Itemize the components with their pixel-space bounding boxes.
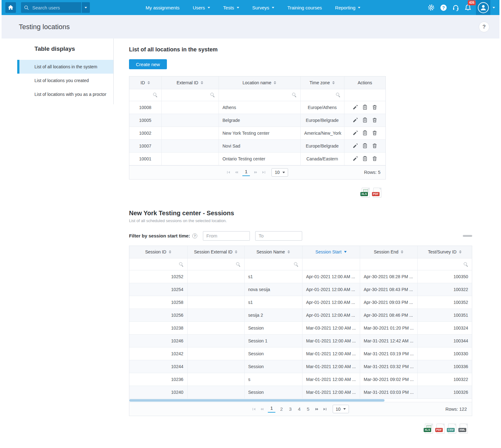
table-row[interactable]: 10001Ontario Testing centerCanada/Easter…	[129, 152, 385, 165]
table-row[interactable]: 10005BelgradeEurope/Belgrade	[129, 114, 385, 127]
export-xml-icon[interactable]: XML	[460, 424, 468, 434]
page-button-2[interactable]: 2	[279, 406, 284, 412]
last-page-button[interactable]	[323, 407, 327, 411]
column-header-test-survey-id[interactable]: Test/Survey ID	[417, 246, 472, 258]
filter-cell-session-end[interactable]	[360, 258, 417, 270]
nav-item-my-assignments[interactable]: My assignments	[146, 5, 179, 10]
search-options-button[interactable]	[82, 2, 90, 13]
filter-cell-session-name[interactable]	[244, 258, 302, 270]
filter-cell-session-id[interactable]	[129, 258, 187, 270]
filter-cell-time-zone[interactable]	[300, 89, 344, 101]
filter-cell-test-survey-id[interactable]	[417, 258, 472, 270]
nav-item-reporting[interactable]: Reporting	[335, 5, 360, 10]
filter-cell-location-name[interactable]	[219, 89, 300, 101]
table-row[interactable]: 10252s1Apr-01-2021 12:00 AM ...Apr-30-20…	[129, 270, 472, 283]
row-edit-button[interactable]	[353, 105, 358, 110]
column-header-session-name[interactable]: Session Name	[244, 246, 302, 258]
table-row[interactable]: 10007Novi SadEurope/Belgrade	[129, 139, 385, 152]
export-csv-icon[interactable]: CSV	[448, 424, 456, 434]
last-page-button[interactable]	[262, 170, 266, 174]
filter-cell-id[interactable]	[129, 89, 161, 101]
page-button-3[interactable]: 3	[287, 406, 293, 412]
home-button[interactable]	[5, 2, 16, 13]
collapse-section-handle[interactable]	[463, 235, 472, 237]
row-delete-button[interactable]	[372, 143, 377, 148]
row-edit-button[interactable]	[353, 117, 358, 123]
support-button[interactable]	[452, 4, 459, 11]
row-report-button[interactable]	[362, 143, 368, 148]
page-help-button[interactable]: ?	[479, 22, 489, 32]
row-edit-button[interactable]	[353, 130, 358, 136]
settings-button[interactable]	[427, 4, 435, 11]
next-page-button[interactable]	[315, 407, 319, 411]
table-row[interactable]: 10244SessionMar-01-2021 12:00 AM ...Mar-…	[129, 360, 472, 373]
column-header-id[interactable]: ID	[129, 76, 161, 89]
page-button-1[interactable]: 1	[242, 169, 250, 176]
table-row[interactable]: 10240SessionMar-01-2021 12:00 AM ...Mar-…	[129, 386, 472, 399]
previous-page-button[interactable]	[260, 407, 264, 411]
table-row[interactable]: 10242SessionMar-01-2021 12:00 AM ...Mar-…	[129, 347, 472, 360]
row-delete-button[interactable]	[372, 105, 377, 110]
export-xls-icon[interactable]: XLS	[425, 424, 433, 434]
table-row[interactable]: 10254nova sesijaApr-01-2021 12:00 AM ...…	[129, 283, 472, 296]
page-size-select[interactable]: 10	[333, 405, 349, 413]
page-button-1[interactable]: 1	[268, 405, 275, 413]
filter-cell-external-id[interactable]	[161, 89, 219, 101]
row-report-button[interactable]	[362, 105, 368, 110]
sidebar-item-2[interactable]: List of locations you created	[17, 74, 113, 87]
table-row[interactable]: 10246Session 1Mar-01-2021 12:00 AM ...Ma…	[129, 335, 472, 347]
row-report-button[interactable]	[362, 117, 368, 123]
session-start-from-input[interactable]	[203, 231, 250, 241]
search-box[interactable]	[21, 2, 81, 13]
export-pdf-icon[interactable]: PDF	[373, 188, 381, 198]
row-delete-button[interactable]	[372, 156, 377, 161]
row-delete-button[interactable]	[372, 117, 377, 123]
page-button-5[interactable]: 5	[305, 406, 311, 412]
table-row[interactable]: 10008AthensEurope/Athens	[129, 101, 385, 114]
row-report-button[interactable]	[362, 156, 368, 161]
column-header-session-start[interactable]: Session Start	[302, 246, 360, 258]
column-header-session-id[interactable]: Session ID	[129, 246, 187, 258]
column-header-location-name[interactable]: Location name	[219, 76, 300, 89]
sidebar-item-3[interactable]: List of locations with you as a proctor	[17, 87, 113, 101]
nav-item-surveys[interactable]: Surveys	[252, 5, 274, 10]
nav-item-tests[interactable]: Tests	[223, 5, 239, 10]
export-xls-icon[interactable]: XLS	[362, 188, 370, 198]
help-button[interactable]	[440, 4, 447, 11]
column-header-session-end[interactable]: Session End	[360, 246, 417, 258]
next-page-button[interactable]	[254, 170, 258, 174]
table-row[interactable]: 10258s1Apr-01-2021 12:00 AM ...Apr-30-20…	[129, 296, 472, 309]
user-menu-button[interactable]	[476, 0, 490, 15]
notifications-button[interactable]: 435	[464, 4, 472, 11]
horizontal-scrollbar[interactable]	[129, 399, 472, 402]
table-row[interactable]: 10236sMar-01-2021 12:00 AM ...Mar-30-202…	[129, 373, 472, 386]
chevron-down-icon[interactable]	[493, 7, 495, 8]
info-icon[interactable]: ?	[192, 233, 197, 238]
page-size-select[interactable]: 10	[271, 168, 288, 177]
column-header-time-zone[interactable]: Time zone	[300, 76, 344, 89]
filter-cell-session-start[interactable]	[302, 258, 360, 270]
sidebar-item-1[interactable]: List of all locations in the system	[17, 60, 113, 74]
table-row[interactable]: 10238SessionMar-03-2021 12:00 AM ...Mar-…	[129, 322, 472, 335]
previous-page-button[interactable]	[235, 170, 238, 174]
column-header-session-external-id[interactable]: Session External ID	[187, 246, 244, 258]
export-pdf-icon[interactable]: PDF	[436, 424, 445, 434]
table-row[interactable]: 10256sesija 2Apr-01-2021 12:00 AM ...Apr…	[129, 309, 472, 322]
row-edit-button[interactable]	[353, 143, 358, 148]
actions-cell	[344, 139, 385, 152]
search-input[interactable]	[32, 5, 75, 11]
filter-cell-session-external-id[interactable]	[187, 258, 244, 270]
nav-item-training-courses[interactable]: Training courses	[287, 5, 322, 10]
session-start-to-input[interactable]	[255, 231, 302, 241]
table-row[interactable]: 10002New York Testing centerAmerica/New_…	[129, 127, 385, 139]
scrollbar-thumb[interactable]	[129, 399, 385, 402]
page-button-4[interactable]: 4	[296, 406, 302, 412]
column-header-external-id[interactable]: External ID	[161, 76, 219, 89]
row-edit-button[interactable]	[353, 156, 358, 161]
create-new-button[interactable]: Create new	[129, 59, 167, 69]
first-page-button[interactable]	[252, 407, 256, 411]
row-report-button[interactable]	[362, 130, 368, 136]
first-page-button[interactable]	[227, 170, 230, 174]
nav-item-users[interactable]: Users	[193, 5, 210, 10]
row-delete-button[interactable]	[372, 130, 377, 136]
